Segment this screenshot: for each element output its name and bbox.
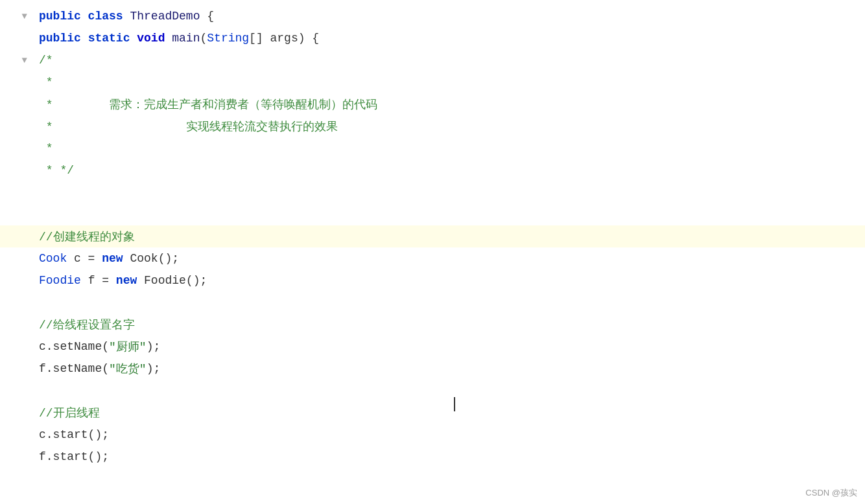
code-token: public — [39, 32, 88, 45]
code-token: ); — [147, 340, 161, 353]
line-gutter — [0, 402, 32, 424]
code-token: ( — [200, 32, 207, 45]
code-line: public static void main(String[] args) { — [39, 27, 865, 49]
code-token: { — [207, 10, 214, 23]
code-token: Cook(); — [130, 252, 179, 265]
code-token: c.start(); — [39, 428, 109, 441]
code-line: * — [39, 71, 865, 93]
line-gutter — [0, 446, 32, 468]
line-gutter — [0, 27, 32, 49]
code-line: c.start(); — [39, 424, 865, 446]
code-line — [39, 292, 865, 314]
code-token: "厨师" — [109, 339, 147, 354]
code-token: c.setName( — [39, 340, 109, 353]
code-line: f.setName("吃货"); — [39, 358, 865, 380]
line-gutter — [0, 336, 32, 358]
fold-icon[interactable]: ▼ — [22, 55, 27, 65]
line-gutter — [0, 269, 32, 292]
line-gutter — [0, 159, 32, 181]
code-token: ThreadDemo — [130, 10, 207, 23]
code-token: [] args) { — [249, 32, 319, 45]
code-line — [39, 380, 865, 402]
line-gutter — [0, 93, 32, 115]
code-token: new — [116, 274, 144, 287]
watermark: CSDN @孩实 — [805, 487, 857, 499]
code-token: Foodie — [39, 274, 88, 287]
code-token: ); — [147, 362, 161, 375]
code-token: /* — [39, 54, 53, 67]
code-token: c = — [74, 252, 102, 265]
code-token: public class — [39, 10, 130, 23]
code-line: ▼/* — [39, 49, 865, 71]
code-token: static — [88, 32, 137, 45]
code-token: //开启线程 — [39, 405, 100, 420]
code-token: Cook — [39, 252, 74, 265]
code-token: Foodie(); — [144, 274, 207, 287]
line-gutter — [0, 314, 32, 336]
code-token: * 实现线程轮流交替执行的效果 — [39, 119, 338, 134]
line-gutter — [0, 292, 32, 314]
code-line — [39, 181, 865, 203]
code-line: Cook c = new Cook(); — [39, 247, 865, 269]
code-token: f = — [88, 274, 116, 287]
code-line: 💡//创建线程的对象 — [0, 225, 865, 247]
code-line: f.start(); — [39, 446, 865, 468]
code-token: * — [39, 76, 53, 89]
code-token: f.setName( — [39, 362, 109, 375]
line-gutter — [0, 358, 32, 380]
code-token: main — [172, 32, 200, 45]
line-gutter: ▼ — [0, 49, 32, 71]
code-token: * 需求：完成生产者和消费者（等待唤醒机制）的代码 — [39, 97, 377, 112]
code-token: //创建线程的对象 — [39, 229, 135, 244]
line-gutter — [0, 424, 32, 446]
code-line — [39, 203, 865, 225]
code-line: * 需求：完成生产者和消费者（等待唤醒机制）的代码 — [39, 93, 865, 115]
line-gutter — [0, 115, 32, 137]
code-token: "吃货" — [109, 361, 147, 376]
code-line: * 实现线程轮流交替执行的效果 — [39, 115, 865, 137]
code-line: c.setName("厨师"); — [39, 336, 865, 358]
line-gutter — [0, 247, 32, 269]
code-token: f.start(); — [39, 450, 109, 463]
code-token: void — [137, 32, 172, 45]
code-token: * */ — [39, 164, 74, 177]
code-token: //给线程设置名字 — [39, 317, 135, 332]
line-gutter — [0, 137, 32, 159]
code-token: * — [39, 142, 53, 155]
code-line: ▼public class ThreadDemo { — [39, 5, 865, 27]
code-token: String — [207, 32, 249, 45]
code-line: * */ — [39, 159, 865, 181]
code-line: * — [39, 137, 865, 159]
line-gutter: ▼ — [0, 5, 32, 27]
code-token: new — [102, 252, 130, 265]
line-gutter — [0, 71, 32, 93]
line-gutter — [0, 203, 32, 225]
fold-icon[interactable]: ▼ — [22, 11, 27, 21]
code-line: //开启线程 — [39, 402, 865, 424]
code-line: Foodie f = new Foodie(); — [39, 269, 865, 292]
code-editor: ▼public class ThreadDemo {public static … — [0, 0, 865, 504]
code-line: //给线程设置名字 — [39, 314, 865, 336]
line-gutter — [0, 181, 32, 203]
code-lines: ▼public class ThreadDemo {public static … — [0, 0, 865, 468]
line-gutter — [0, 380, 32, 402]
